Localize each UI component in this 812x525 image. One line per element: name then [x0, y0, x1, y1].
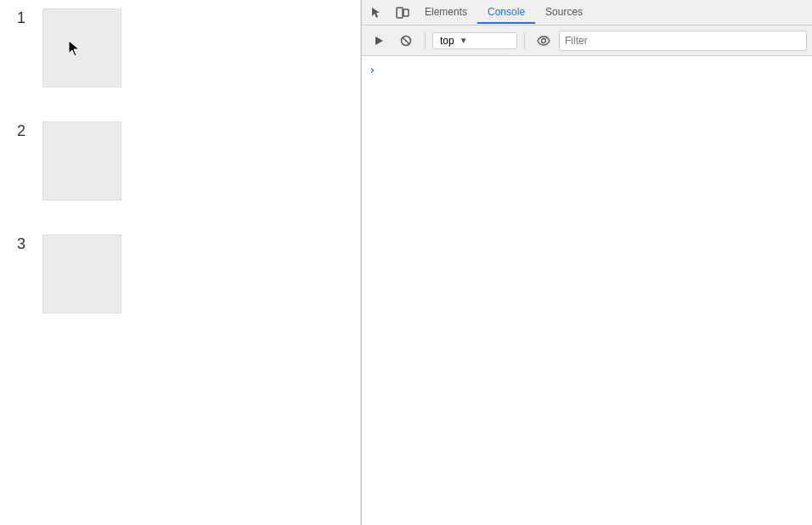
svg-line-4	[403, 37, 409, 44]
svg-rect-1	[403, 9, 409, 16]
tab-console[interactable]: Console	[477, 2, 535, 24]
device-mode-button[interactable]	[391, 1, 414, 25]
thumbnail-item-2: 2	[17, 121, 343, 200]
svg-point-5	[542, 38, 546, 42]
toolbar-divider-1	[425, 32, 426, 49]
eye-button[interactable]	[532, 29, 555, 53]
svg-rect-0	[397, 8, 403, 18]
console-toolbar: top ▼	[362, 25, 812, 56]
play-button[interactable]	[367, 29, 391, 53]
devtools-panel: Elements Console Sources top ▼	[361, 0, 812, 525]
thumbnail-number-1: 1	[17, 8, 34, 25]
console-prompt-line[interactable]: ›	[362, 59, 812, 80]
thumbnail-box-1[interactable]	[42, 8, 121, 88]
inspect-element-button[interactable]	[365, 1, 389, 25]
thumbnail-item-3: 3	[17, 234, 343, 313]
tab-sources[interactable]: Sources	[535, 2, 593, 24]
prompt-arrow-icon: ›	[369, 63, 375, 76]
console-filter-input[interactable]	[559, 31, 807, 51]
thumbnail-box-2[interactable]	[42, 121, 121, 200]
tab-elements[interactable]: Elements	[414, 2, 477, 24]
thumbnail-item-1: 1	[17, 8, 343, 88]
console-content: ›	[362, 56, 812, 525]
devtools-tabs-bar: Elements Console Sources	[362, 0, 812, 25]
tab-icons-area	[365, 1, 414, 25]
thumbnail-number-2: 2	[17, 121, 34, 138]
cursor-icon	[67, 39, 82, 61]
dropdown-arrow-icon: ▼	[460, 36, 468, 45]
svg-marker-2	[375, 37, 383, 45]
toolbar-divider-2	[524, 32, 525, 49]
context-label: top	[440, 35, 454, 47]
block-button[interactable]	[394, 29, 418, 53]
thumbnail-number-3: 3	[17, 234, 34, 251]
thumbnails-panel: 1 2 3	[0, 0, 361, 525]
thumbnail-box-3[interactable]	[42, 234, 121, 313]
context-selector[interactable]: top ▼	[432, 32, 517, 49]
